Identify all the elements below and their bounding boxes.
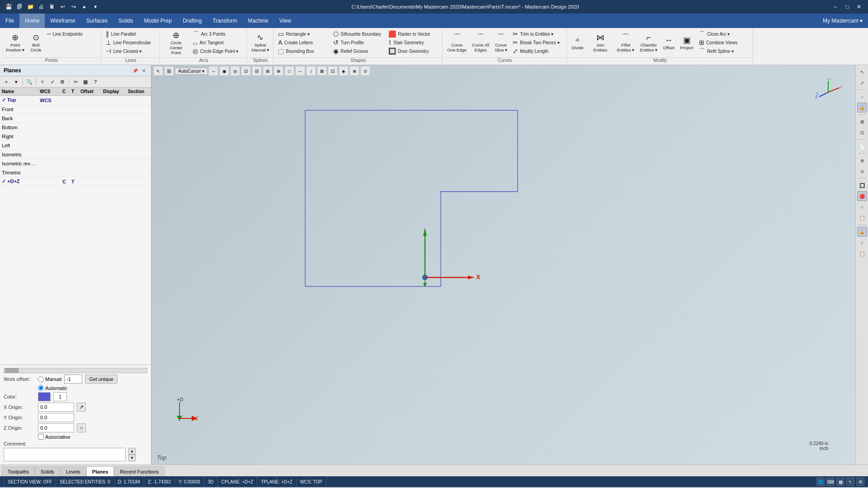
autocursor-selector[interactable]: AutoCursor ▾ — [175, 68, 208, 75]
redo-btn[interactable]: ↪ — [69, 2, 79, 12]
plane-row-right[interactable]: Right — [0, 132, 151, 141]
auto-radio[interactable] — [38, 385, 44, 391]
modify-length-btn[interactable]: ⤢ Modify Length — [510, 47, 565, 55]
menu-transform[interactable]: Transform — [207, 14, 242, 28]
mode-status[interactable]: 3D — [204, 476, 218, 487]
tab-solids[interactable]: Solids — [35, 466, 60, 476]
join-entities-btn[interactable]: ⋈ Join Entities — [587, 30, 614, 56]
point-position-btn[interactable]: ⊕ PointPosition ▾ — [4, 30, 27, 56]
circle-center-point-btn[interactable]: ⊕ CircleCenter Point — [162, 30, 189, 56]
cursor-icon[interactable]: ↖ — [846, 478, 854, 486]
wcs-status[interactable]: WCS: TOP — [297, 476, 326, 487]
line-endpoints-btn[interactable]: ╌ Line Endpoints — [45, 30, 99, 38]
rt-btn-9[interactable]: ⊙ — [857, 166, 867, 176]
vp-btn6[interactable]: ⊞ — [263, 66, 273, 76]
tplane-status[interactable]: TPLANE: +D+Z — [257, 476, 296, 487]
trim-btn[interactable]: ✂ — [71, 77, 80, 86]
trim-entities-btn[interactable]: ✂ Trim to Entities ▾ — [510, 30, 565, 38]
rt-btn-1[interactable]: ↖ — [857, 67, 867, 77]
x-origin-pick-btn[interactable]: ↗ — [77, 403, 86, 412]
break-two-pieces-btn[interactable]: ✂ Break Two Pieces ▾ — [510, 38, 565, 47]
door-geometry-btn[interactable]: 🔲 Door Geometry — [386, 47, 440, 55]
vp-btn4[interactable]: ⊡ — [241, 66, 251, 76]
rt-btn-4[interactable]: 🔒 — [857, 103, 867, 113]
plane-row-trimetric[interactable]: Trimetric — [0, 168, 151, 177]
raster-to-vector-btn[interactable]: 🟥 Raster to Vector — [386, 30, 440, 38]
divide-btn[interactable]: ÷ Divide — [569, 30, 585, 56]
rt-btn-7[interactable]: 📄 — [857, 141, 867, 151]
plane-row-isometric-reverse[interactable]: Isometric reverse — [0, 159, 151, 168]
rt-btn-15[interactable]: ○ — [857, 238, 867, 248]
print-btn[interactable]: 🖨 — [36, 2, 46, 12]
manual-radio-label[interactable]: Manual — [38, 376, 61, 382]
bolt-circle-btn[interactable]: ⊙ BoltCircle — [28, 30, 44, 56]
arrow-btn[interactable]: ▾ — [12, 77, 21, 86]
auto-radio-label[interactable]: Automatic — [38, 385, 67, 391]
tab-recent-functions[interactable]: Recent Functions — [114, 466, 165, 476]
new-btn[interactable]: 🗐 — [14, 2, 24, 12]
arc-3-points-btn[interactable]: ⌒ Arc 3 Points — [190, 30, 245, 38]
manual-radio[interactable] — [38, 376, 44, 382]
vp-chain-btn[interactable]: ⛓ — [164, 66, 174, 76]
grid-icon[interactable]: ▦ — [836, 478, 844, 486]
vp-btn8[interactable]: □ — [284, 66, 294, 76]
turn-profile-btn[interactable]: ↺ Turn Profile — [331, 38, 385, 47]
plane-row-top[interactable]: ✓ Top WCS — [0, 96, 151, 105]
plane-row-front[interactable]: Front — [0, 105, 151, 114]
save-btn[interactable]: 💾 — [4, 2, 14, 12]
check-btn[interactable]: ✓ — [48, 77, 57, 86]
circle-edge-point-btn[interactable]: ◎ Circle Edge Point ▾ — [190, 47, 245, 55]
vp-btn1[interactable]: ↔ — [208, 66, 218, 76]
more-btn[interactable]: ▾ — [90, 2, 100, 12]
menu-file[interactable]: File — [0, 14, 19, 28]
vp-btn2[interactable]: ◉ — [219, 66, 229, 76]
panel-pin-btn[interactable]: 📌 — [132, 67, 139, 74]
rectangle-btn[interactable]: ▭ Rectangle ▾ — [276, 30, 330, 38]
work-offset-value[interactable] — [64, 375, 82, 384]
panel-close-btn[interactable]: ✕ — [140, 67, 147, 74]
vp-btn14[interactable]: ⊗ — [349, 66, 359, 76]
fillet-entities-btn[interactable]: ⌒ FilletEntities ▾ — [615, 30, 637, 56]
gear-btn[interactable]: ⚙ — [58, 77, 67, 86]
scrollbar-thumb[interactable] — [5, 368, 19, 373]
tab-toolpaths[interactable]: Toolpaths — [2, 466, 35, 476]
rt-btn-8[interactable]: ⊕ — [857, 155, 867, 165]
plane-row-back[interactable]: Back — [0, 114, 151, 123]
tab-levels[interactable]: Levels — [60, 466, 86, 476]
chamfer-entities-btn[interactable]: ⌐ ChamferEntities ▾ — [638, 30, 660, 56]
vp-select-btn[interactable]: ↖ — [153, 66, 163, 76]
vp-btn5[interactable]: ⊟ — [252, 66, 262, 76]
vp-btn3[interactable]: ◎ — [230, 66, 240, 76]
vp-btn10[interactable]: ↕ — [306, 66, 316, 76]
select-btn[interactable]: ▦ — [81, 77, 90, 86]
offset-btn[interactable]: ↔ Offset — [660, 30, 677, 56]
minimize-button[interactable]: – — [830, 2, 841, 11]
maximize-button[interactable]: □ — [842, 2, 853, 11]
menu-view[interactable]: View — [274, 14, 297, 28]
menu-drafting[interactable]: Drafting — [177, 14, 207, 28]
color-swatch[interactable] — [38, 392, 51, 401]
rt-btn-2[interactable]: ⤢ — [857, 78, 867, 88]
menu-surfaces[interactable]: Surfaces — [81, 14, 113, 28]
line-closest-btn[interactable]: ⊣ Line Closest ▾ — [104, 47, 158, 55]
search-btn[interactable]: 🔍 — [25, 77, 34, 86]
stair-geometry-btn[interactable]: ⌇ Stair Geometry — [386, 38, 440, 47]
add-plane-btn[interactable]: + — [2, 77, 11, 86]
comment-scroll-up[interactable]: ▲ — [128, 448, 136, 455]
menu-wireframe[interactable]: Wireframe — [45, 14, 80, 28]
get-unique-btn[interactable]: Get unique — [85, 375, 118, 384]
rt-btn-13[interactable]: 📋 — [857, 213, 867, 223]
bounding-box-btn[interactable]: ⬚ Bounding Box — [276, 47, 330, 55]
line-parallel-btn[interactable]: ∥ Line Parallel — [104, 30, 158, 38]
menu-machine[interactable]: Machine — [242, 14, 274, 28]
y-origin-input[interactable] — [38, 413, 74, 422]
comment-textarea[interactable] — [4, 448, 126, 461]
my-mastercam[interactable]: My Mastercam ▾ — [817, 14, 868, 28]
close-arc-btn[interactable]: ⌒ Close Arc ▾ — [697, 30, 751, 38]
associative-label[interactable]: Associative — [38, 434, 71, 440]
create-letters-btn[interactable]: A Create Letters — [276, 38, 330, 47]
comment-scroll-down[interactable]: ▼ — [128, 455, 136, 461]
z-origin-circle-btn[interactable]: ○ — [77, 423, 86, 432]
rt-btn-14[interactable]: 🔒 — [857, 227, 867, 237]
curve-all-edges-btn[interactable]: ⌒ Curve AllEdges — [470, 30, 491, 56]
